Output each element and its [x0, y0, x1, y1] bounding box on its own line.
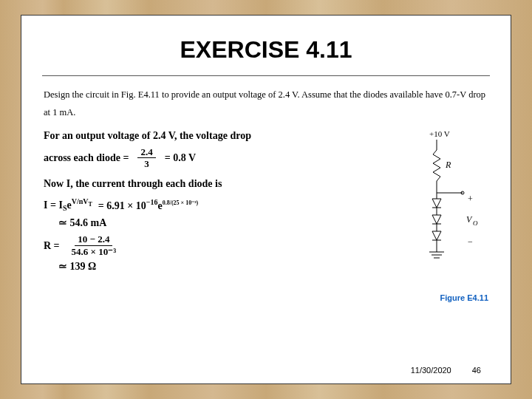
figure-caption: Figure E4.11: [392, 293, 488, 302]
footer-page: 46: [472, 366, 481, 375]
sol-line1: For an output voltage of 2.4 V, the volt…: [44, 128, 385, 143]
circuit-svg: +10 V R + V O: [392, 128, 488, 290]
footer-date: 11/30/2020: [411, 366, 451, 375]
slide-card: EXERCISE 4.11 Design the circuit in Fig.…: [21, 15, 511, 384]
svg-text:O: O: [473, 219, 478, 227]
svg-marker-12: [432, 231, 441, 240]
eq-resistance-result: ≃ 139 Ω: [58, 259, 385, 274]
r-label: R: [445, 160, 451, 170]
vcc-label: +10 V: [429, 129, 450, 138]
sol-now: Now I, the current through each diode is: [44, 176, 385, 191]
sol-line2: across each diode = 2.4 3 = 0.8 V: [44, 146, 385, 170]
title-divider: [42, 75, 490, 76]
eq-current: I = ISeV/nVT = 6.91 × 10−16e0.8/(25 × 10…: [44, 196, 385, 214]
eq-resistance: R = 10 − 2.4 54.6 × 10⁻³: [44, 233, 385, 257]
sol-line2-rhs: = 0.8 V: [165, 150, 196, 166]
eq-current-result: ≃ 54.6 mA: [58, 215, 385, 231]
vo-label: V: [466, 214, 473, 225]
svg-marker-8: [432, 215, 441, 224]
sol-line2-lhs: across each diode =: [44, 150, 129, 166]
svg-marker-4: [432, 199, 441, 208]
minus-label: −: [468, 236, 473, 247]
problem-statement: Design the circuit in Fig. E4.11 to prov…: [44, 86, 488, 122]
slide-title: EXERCISE 4.11: [44, 36, 488, 64]
frac-2p4-over-3: 2.4 3: [137, 146, 155, 170]
frac-R: 10 − 2.4 54.6 × 10⁻³: [69, 233, 120, 257]
content-row: For an output voltage of 2.4 V, the volt…: [44, 128, 488, 302]
circuit-figure: +10 V R + V O: [392, 128, 488, 302]
plus-label: +: [468, 194, 473, 204]
slide-footer: 11/30/2020 46: [411, 366, 481, 375]
solution-block: For an output voltage of 2.4 V, the volt…: [44, 128, 385, 302]
